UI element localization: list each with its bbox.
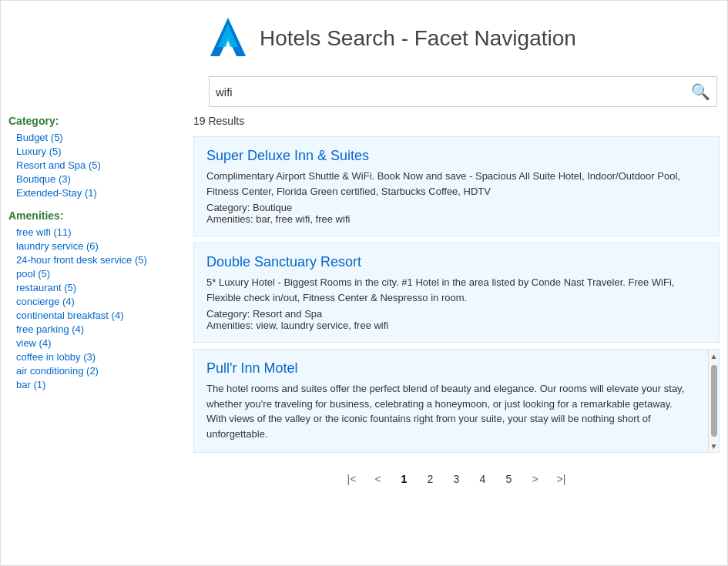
- results-area: 19 Results Super Deluxe Inn & Suites Com…: [193, 115, 720, 497]
- scrollbar-thumb[interactable]: [711, 365, 717, 437]
- category-label: Category:: [8, 115, 182, 127]
- app-logo: [209, 16, 247, 59]
- pagination-page-4[interactable]: 4: [472, 468, 494, 490]
- facet-amenity-laundry[interactable]: laundry service (6): [16, 240, 182, 252]
- pagination-first[interactable]: |<: [341, 468, 363, 490]
- result-description-3: The hotel rooms and suites offer the per…: [206, 381, 694, 441]
- facet-amenity-bar[interactable]: bar (1): [16, 379, 182, 390]
- facet-amenity-air-conditioning[interactable]: air conditioning (2): [16, 365, 182, 377]
- result-title-2[interactable]: Double Sanctuary Resort: [206, 254, 706, 270]
- scroll-up-arrow[interactable]: ▲: [709, 350, 720, 362]
- facet-amenity-free-wifi[interactable]: free wifi (11): [16, 226, 182, 238]
- pagination-page-3[interactable]: 3: [446, 468, 468, 490]
- result-amenities-2: Amenities: view, laundry service, free w…: [206, 320, 706, 331]
- amenities-label: Amenities:: [8, 209, 182, 222]
- search-bar-area: 🔍: [8, 76, 720, 107]
- result-amenities-1: Amenities: bar, free wifi, free wifi: [206, 213, 706, 225]
- facet-amenity-concierge[interactable]: concierge (4): [16, 296, 182, 307]
- search-icon[interactable]: 🔍: [691, 82, 710, 101]
- result-card-3: Pull'r Inn Motel The hotel rooms and sui…: [193, 349, 720, 453]
- header: Hotels Search - Facet Navigation: [8, 8, 720, 69]
- facet-category-extended-stay[interactable]: Extended-Stay (1): [16, 187, 182, 199]
- facet-category-resort-spa[interactable]: Resort and Spa (5): [16, 159, 182, 171]
- results-count: 19 Results: [193, 115, 720, 127]
- facet-category-boutique[interactable]: Boutique (3): [16, 173, 182, 185]
- pagination-prev[interactable]: <: [367, 468, 389, 490]
- facet-amenity-continental-breakfast[interactable]: continental breakfast (4): [16, 310, 182, 321]
- result-card-1: Super Deluxe Inn & Suites Complimentary …: [193, 136, 720, 236]
- facet-amenity-view[interactable]: view (4): [16, 337, 182, 349]
- pagination-next[interactable]: >: [525, 468, 546, 490]
- result-description-2: 5* Luxury Hotel - Biggest Rooms in the c…: [206, 275, 706, 305]
- facet-amenity-restaurant[interactable]: restaurant (5): [16, 282, 182, 293]
- scroll-down-arrow[interactable]: ▼: [709, 440, 720, 452]
- pagination-page-1[interactable]: 1: [394, 468, 415, 490]
- pagination-page-5[interactable]: 5: [498, 468, 520, 490]
- page-wrapper: Hotels Search - Facet Navigation 🔍 Categ…: [0, 0, 728, 566]
- logo-container: [209, 16, 247, 61]
- facet-amenity-pool[interactable]: pool (5): [16, 268, 182, 280]
- result-title-3[interactable]: Pull'r Inn Motel: [206, 360, 694, 377]
- search-input[interactable]: [216, 85, 691, 99]
- facet-amenity-free-parking[interactable]: free parking (4): [16, 323, 182, 335]
- scrollbar[interactable]: ▲ ▼: [708, 350, 719, 452]
- main-layout: Category: Budget (5) Luxury (5) Resort a…: [8, 115, 720, 497]
- facet-amenity-frontdesk[interactable]: 24-hour front desk service (5): [16, 254, 182, 266]
- category-facet-section: Category: Budget (5) Luxury (5) Resort a…: [8, 115, 182, 199]
- pagination: |< < 1 2 3 4 5 > >|: [193, 468, 720, 497]
- facet-category-budget[interactable]: Budget (5): [16, 132, 182, 143]
- result-category-1: Category: Boutique: [206, 202, 706, 213]
- amenities-facet-section: Amenities: free wifi (11) laundry servic…: [8, 209, 182, 390]
- facet-amenity-coffee-lobby[interactable]: coffee in lobby (3): [16, 351, 182, 363]
- result-description-1: Complimentary Airport Shuttle & WiFi. Bo…: [206, 169, 706, 199]
- result-category-2: Category: Resort and Spa: [206, 308, 706, 320]
- search-bar: 🔍: [209, 76, 717, 107]
- result-title-1[interactable]: Super Deluxe Inn & Suites: [206, 148, 706, 164]
- pagination-last[interactable]: >|: [551, 468, 572, 490]
- sidebar: Category: Budget (5) Luxury (5) Resort a…: [8, 115, 193, 497]
- pagination-page-2[interactable]: 2: [420, 468, 441, 490]
- page-title: Hotels Search - Facet Navigation: [260, 26, 576, 51]
- facet-category-luxury[interactable]: Luxury (5): [16, 146, 182, 157]
- result-card-2: Double Sanctuary Resort 5* Luxury Hotel …: [193, 243, 720, 343]
